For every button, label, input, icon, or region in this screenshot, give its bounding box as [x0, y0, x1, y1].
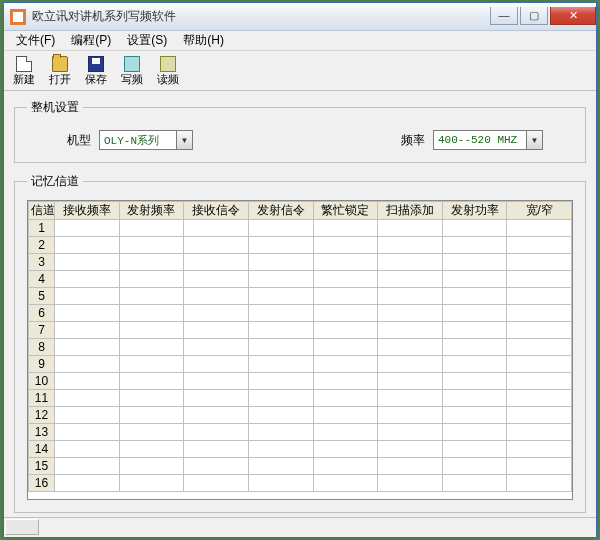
- grid-cell[interactable]: [184, 254, 249, 271]
- close-button[interactable]: ✕: [550, 7, 596, 25]
- grid-cell[interactable]: [119, 458, 184, 475]
- maximize-button[interactable]: ▢: [520, 7, 548, 25]
- grid-cell[interactable]: [55, 373, 120, 390]
- grid-cell[interactable]: [313, 220, 378, 237]
- grid-cell[interactable]: [248, 322, 313, 339]
- grid-cell[interactable]: [313, 339, 378, 356]
- grid-cell[interactable]: [55, 441, 120, 458]
- grid-cell[interactable]: [248, 271, 313, 288]
- row-header[interactable]: 3: [29, 254, 55, 271]
- grid-cell[interactable]: [442, 390, 507, 407]
- grid-cell[interactable]: [248, 220, 313, 237]
- grid-cell[interactable]: [55, 322, 120, 339]
- minimize-button[interactable]: —: [490, 7, 518, 25]
- grid-cell[interactable]: [184, 322, 249, 339]
- grid-cell[interactable]: [248, 339, 313, 356]
- grid-cell[interactable]: [248, 424, 313, 441]
- grid-cell[interactable]: [507, 288, 572, 305]
- toolbar-read-button[interactable]: 读频: [152, 55, 184, 86]
- grid-cell[interactable]: [378, 390, 443, 407]
- grid-cell[interactable]: [313, 237, 378, 254]
- menu-settings[interactable]: 设置(S): [119, 30, 175, 51]
- grid-cell[interactable]: [442, 271, 507, 288]
- grid-cell[interactable]: [119, 390, 184, 407]
- grid-cell[interactable]: [55, 424, 120, 441]
- grid-cell[interactable]: [248, 373, 313, 390]
- grid-cell[interactable]: [248, 390, 313, 407]
- grid-cell[interactable]: [119, 220, 184, 237]
- column-header[interactable]: 接收频率: [55, 202, 120, 220]
- model-select[interactable]: OLY-N系列: [99, 130, 193, 150]
- grid-cell[interactable]: [378, 458, 443, 475]
- grid-cell[interactable]: [55, 356, 120, 373]
- grid-cell[interactable]: [378, 424, 443, 441]
- column-header[interactable]: 繁忙锁定: [313, 202, 378, 220]
- grid-cell[interactable]: [119, 237, 184, 254]
- grid-cell[interactable]: [378, 356, 443, 373]
- toolbar-write-button[interactable]: 写频: [116, 55, 148, 86]
- grid-cell[interactable]: [248, 288, 313, 305]
- grid-cell[interactable]: [507, 339, 572, 356]
- grid-cell[interactable]: [507, 407, 572, 424]
- grid-cell[interactable]: [184, 288, 249, 305]
- grid-cell[interactable]: [507, 390, 572, 407]
- grid-cell[interactable]: [313, 305, 378, 322]
- grid-cell[interactable]: [119, 424, 184, 441]
- grid-cell[interactable]: [313, 322, 378, 339]
- row-header[interactable]: 14: [29, 441, 55, 458]
- grid-cell[interactable]: [507, 458, 572, 475]
- menu-file[interactable]: 文件(F): [8, 30, 63, 51]
- grid-cell[interactable]: [55, 407, 120, 424]
- grid-cell[interactable]: [248, 254, 313, 271]
- grid-cell[interactable]: [184, 390, 249, 407]
- grid-cell[interactable]: [55, 288, 120, 305]
- grid-cell[interactable]: [119, 407, 184, 424]
- grid-cell[interactable]: [378, 305, 443, 322]
- grid-cell[interactable]: [507, 475, 572, 492]
- grid-cell[interactable]: [442, 356, 507, 373]
- grid-cell[interactable]: [184, 475, 249, 492]
- row-header[interactable]: 11: [29, 390, 55, 407]
- grid-cell[interactable]: [378, 237, 443, 254]
- grid-cell[interactable]: [119, 288, 184, 305]
- grid-cell[interactable]: [442, 407, 507, 424]
- grid-cell[interactable]: [248, 441, 313, 458]
- column-header[interactable]: 发射功率: [442, 202, 507, 220]
- column-header[interactable]: 发射信令: [248, 202, 313, 220]
- row-header[interactable]: 7: [29, 322, 55, 339]
- grid-cell[interactable]: [55, 475, 120, 492]
- grid-cell[interactable]: [442, 458, 507, 475]
- grid-cell[interactable]: [442, 373, 507, 390]
- grid-cell[interactable]: [442, 322, 507, 339]
- row-header[interactable]: 1: [29, 220, 55, 237]
- grid-cell[interactable]: [313, 288, 378, 305]
- grid-cell[interactable]: [119, 441, 184, 458]
- grid-cell[interactable]: [378, 373, 443, 390]
- grid-cell[interactable]: [313, 475, 378, 492]
- row-header[interactable]: 6: [29, 305, 55, 322]
- grid-cell[interactable]: [378, 220, 443, 237]
- grid-cell[interactable]: [184, 271, 249, 288]
- grid-cell[interactable]: [55, 271, 120, 288]
- grid-cell[interactable]: [442, 254, 507, 271]
- grid-cell[interactable]: [184, 373, 249, 390]
- grid-cell[interactable]: [313, 458, 378, 475]
- grid-cell[interactable]: [313, 424, 378, 441]
- grid-cell[interactable]: [507, 441, 572, 458]
- grid-cell[interactable]: [184, 356, 249, 373]
- grid-cell[interactable]: [313, 254, 378, 271]
- grid-cell[interactable]: [313, 356, 378, 373]
- grid-cell[interactable]: [184, 220, 249, 237]
- row-header[interactable]: 4: [29, 271, 55, 288]
- grid-cell[interactable]: [184, 237, 249, 254]
- menu-program[interactable]: 编程(P): [63, 30, 119, 51]
- freq-select[interactable]: 400--520 MHZ: [433, 130, 543, 150]
- grid-cell[interactable]: [442, 339, 507, 356]
- grid-cell[interactable]: [507, 271, 572, 288]
- grid-cell[interactable]: [313, 390, 378, 407]
- grid-cell[interactable]: [507, 322, 572, 339]
- column-header[interactable]: 发射频率: [119, 202, 184, 220]
- grid-cell[interactable]: [313, 271, 378, 288]
- row-header[interactable]: 16: [29, 475, 55, 492]
- grid-cell[interactable]: [55, 390, 120, 407]
